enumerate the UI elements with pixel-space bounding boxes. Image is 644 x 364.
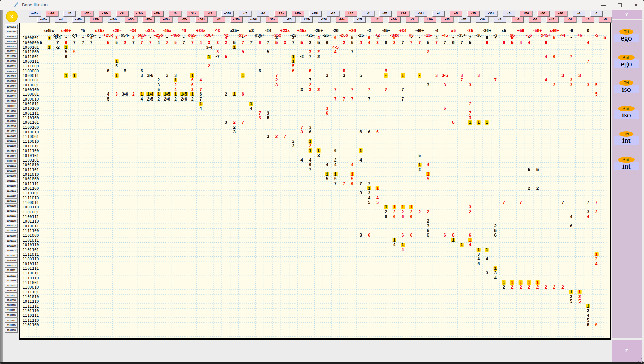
toolbar-button-+6[interactable]: +6 <box>582 17 594 23</box>
row-button-1101000[interactable]: 1101000 <box>5 233 18 238</box>
toolbar-button--35+[interactable]: -35+ <box>458 17 471 23</box>
maximize-button[interactable] <box>612 0 628 10</box>
tri-iso-tag-button[interactable]: Tri <box>619 80 633 86</box>
tri-ego-tag-button[interactable]: Tri <box>619 29 633 35</box>
row-button-1110001[interactable]: 1110001 <box>5 129 18 133</box>
toolbar-button-o35+[interactable]: o35+ <box>221 11 234 17</box>
anti-iso-tag-button[interactable]: Anti <box>618 106 634 111</box>
toolbar-button--5[interactable]: -5 <box>599 17 611 23</box>
row-button-1010111[interactable]: 1010111 <box>5 263 18 268</box>
row-button-1010001[interactable]: 1010001 <box>5 74 18 79</box>
toolbar-button--45[interactable]: -45 <box>441 17 453 23</box>
toolbar-button-^2[interactable]: ^2 <box>213 17 225 23</box>
toolbar-button-o35x[interactable]: o35x <box>81 11 93 17</box>
row-button-1101001[interactable]: 1101001 <box>5 208 18 213</box>
toolbar-button-o34x[interactable]: o34x <box>134 11 146 17</box>
toolbar-button-x45+[interactable]: x45+ <box>546 17 559 23</box>
toolbar-button-*6[interactable]: *6 <box>169 11 181 17</box>
row-button-1000100[interactable]: 1000100 <box>5 79 18 84</box>
resize-grip[interactable] <box>638 358 643 363</box>
toolbar-button--56[interactable]: -56 <box>529 17 541 23</box>
toolbar-button-+23x[interactable]: +23x <box>274 11 287 17</box>
toolbar-button--45+[interactable]: -45+ <box>379 11 392 17</box>
plot-canvas[interactable]: o45xo46+*5o35xx26--34o34x-45x*6+34x^3o35… <box>19 23 611 340</box>
row-button-1011000[interactable]: 1011000 <box>5 39 18 44</box>
toolbar-button--56+[interactable]: -56+ <box>537 11 550 17</box>
toolbar-button-^3[interactable]: ^3 <box>204 11 216 17</box>
row-button-1010010[interactable]: 1010010 <box>5 124 18 128</box>
toolbar-button-+26-[interactable]: +26- <box>424 17 436 23</box>
row-button-1000110[interactable]: 1000110 <box>5 204 18 208</box>
row-button-1101110[interactable]: 1101110 <box>5 313 18 317</box>
row-button-1100000[interactable]: 1100000 <box>5 59 18 63</box>
row-button-1110101[interactable]: 1110101 <box>5 188 18 193</box>
anti-iso-button[interactable]: iso <box>614 110 639 119</box>
toolbar-button-o45-[interactable]: o45- <box>72 17 85 23</box>
toolbar-button-o45x[interactable]: o45x <box>29 11 41 17</box>
row-button-1111010[interactable]: 1111010 <box>5 194 18 198</box>
anti-ego-button[interactable]: ego <box>614 59 639 68</box>
row-button-1111101[interactable]: 1111101 <box>5 293 18 298</box>
tri-ego-button[interactable]: ego <box>614 34 639 42</box>
row-button-1000111[interactable]: 1000111 <box>5 49 18 54</box>
toolbar-button--46o[interactable]: -46o <box>160 17 172 23</box>
row-button-1000101[interactable]: 1000101 <box>5 34 18 39</box>
toolbar-button--23[interactable]: -23 <box>283 17 295 23</box>
row-button-1001111[interactable]: 1001111 <box>5 104 18 108</box>
toolbar-button-0[interactable]: 0 <box>590 11 603 17</box>
row-button-1000001[interactable]: 1000001 <box>5 24 18 29</box>
row-button-1001010[interactable]: 1001010 <box>5 159 18 163</box>
toolbar-button--26[interactable]: -26 <box>327 11 339 17</box>
toolbar-button-x3[interactable]: x3 <box>406 17 418 23</box>
row-button-1100100[interactable]: 1100100 <box>5 119 18 123</box>
toolbar-button-o5[interactable]: o5 <box>450 11 462 17</box>
row-button-1011100[interactable]: 1011100 <box>5 144 18 148</box>
anti-int-tag-button[interactable]: Anti <box>618 157 634 163</box>
toolbar-button-x36+[interactable]: x36+ <box>195 17 208 23</box>
row-button-1100110[interactable]: 1100110 <box>5 258 18 263</box>
row-button-1011110[interactable]: 1011110 <box>5 303 18 308</box>
row-button-1000000[interactable]: 1000000 <box>5 29 18 34</box>
row-button-1011111[interactable]: 1011111 <box>5 178 18 183</box>
toolbar-button-o46-[interactable]: o46- <box>37 17 50 23</box>
row-button-1011001[interactable]: 1011001 <box>5 44 18 49</box>
toolbar-button--26+[interactable]: -26+ <box>318 17 330 23</box>
toolbar-button--36+[interactable]: -36+ <box>485 11 497 17</box>
row-button-1111000[interactable]: 1111000 <box>5 54 18 59</box>
toolbar-button--24[interactable]: -24 <box>257 11 269 17</box>
anti-ego-tag-button[interactable]: Anti <box>618 55 634 60</box>
toolbar-button--6[interactable]: -6 <box>573 11 585 17</box>
row-button-1011011[interactable]: 1011011 <box>5 139 18 143</box>
row-button-1100111[interactable]: 1100111 <box>5 213 18 218</box>
row-button-1100011[interactable]: 1100011 <box>5 199 18 203</box>
z-axis-button[interactable]: Z <box>612 340 642 362</box>
row-button-1001011[interactable]: 1001011 <box>5 94 18 98</box>
toolbar-button--45x[interactable]: -45x <box>151 11 164 17</box>
toolbar-button--34x[interactable]: -34x <box>388 17 401 23</box>
toolbar-button-o6[interactable]: o6 <box>511 17 524 23</box>
row-button-1110100[interactable]: 1110100 <box>5 109 18 114</box>
toolbar-button-x5[interactable]: x5 <box>503 11 515 17</box>
toolbar-button--34[interactable]: -34 <box>116 11 129 17</box>
anti-int-button[interactable]: int <box>614 162 639 170</box>
row-button-1110010[interactable]: 1110010 <box>5 134 18 138</box>
row-button-1111001[interactable]: 1111001 <box>5 283 18 288</box>
row-button-1001110[interactable]: 1001110 <box>5 218 18 223</box>
toolbar-button--25+[interactable]: -25+ <box>309 11 322 17</box>
toolbar-button--25[interactable]: -25 <box>353 17 366 23</box>
toolbar-button-^4[interactable]: ^4 <box>564 17 576 23</box>
toolbar-button-o4[interactable]: o4 <box>55 17 67 23</box>
toolbar-button-+34[interactable]: +34 <box>397 11 409 17</box>
row-button-1001100[interactable]: 1001100 <box>5 183 18 188</box>
toolbar-button--25o[interactable]: -25o <box>142 17 155 23</box>
x-axis-button[interactable]: X <box>6 11 18 22</box>
close-button[interactable]: ✕ <box>628 0 644 10</box>
row-button-1010100[interactable]: 1010100 <box>5 99 18 103</box>
toolbar-button-o54-[interactable]: o54- <box>108 17 120 23</box>
row-button-1101111[interactable]: 1101111 <box>5 268 18 273</box>
toolbar-button--36[interactable]: -36 <box>476 17 488 23</box>
toolbar-button-o46+[interactable]: o46+ <box>46 11 58 17</box>
row-button-1111110[interactable]: 1111110 <box>5 323 18 328</box>
row-button-1000010[interactable]: 1000010 <box>5 89 18 93</box>
toolbar-button-+25x[interactable]: +25x <box>90 17 102 23</box>
